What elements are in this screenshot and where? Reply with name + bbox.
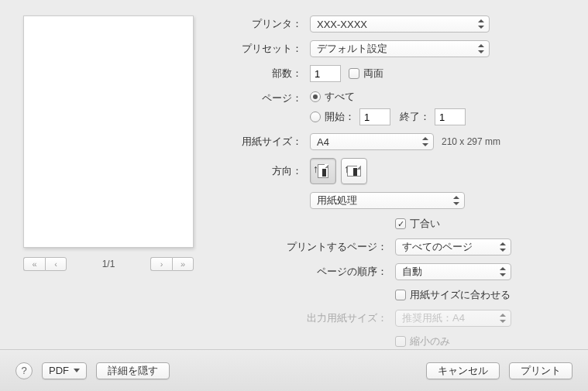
pages-all-radio[interactable] bbox=[310, 91, 321, 102]
cancel-button[interactable]: キャンセル bbox=[426, 362, 500, 379]
pages-range-radio[interactable] bbox=[310, 111, 321, 122]
prev-page-button[interactable]: ‹ bbox=[45, 257, 67, 271]
page-order-select[interactable]: 自動 bbox=[395, 263, 511, 280]
printer-label: プリンタ： bbox=[217, 17, 310, 31]
first-page-button[interactable]: « bbox=[23, 257, 45, 271]
two-sided-label: 両面 bbox=[363, 67, 383, 81]
paper-dims-text: 210 x 297 mm bbox=[442, 136, 500, 147]
from-label: 開始： bbox=[325, 110, 355, 124]
preset-select[interactable]: デフォルト設定 bbox=[310, 40, 490, 57]
fit-to-paper-checkbox[interactable] bbox=[395, 290, 406, 300]
output-paper-label: 出力用紙サイズ： bbox=[217, 311, 395, 325]
help-button[interactable]: ? bbox=[15, 362, 33, 379]
scale-down-checkbox bbox=[395, 336, 406, 347]
hide-details-button[interactable]: 詳細を隠す bbox=[96, 362, 170, 379]
paper-size-label: 用紙サイズ： bbox=[217, 135, 310, 149]
preset-label: プリセット： bbox=[217, 42, 310, 56]
pages-to-print-label: プリントするページ： bbox=[217, 240, 395, 254]
paper-size-select[interactable]: A4 bbox=[310, 133, 434, 150]
bottom-bar: ? PDF 詳細を隠す キャンセル プリント bbox=[0, 349, 588, 391]
orientation-landscape-button[interactable]: ↑ bbox=[341, 158, 367, 184]
pages-to-print-select[interactable]: すべてのページ bbox=[395, 238, 511, 256]
settings-pane: プリンタ： XXX-XXXX プリセット： デフォルト設定 部数： 両面 ページ… bbox=[217, 15, 565, 356]
collate-checkbox[interactable] bbox=[395, 218, 406, 229]
scale-down-label: 縮小のみ bbox=[410, 334, 450, 348]
last-page-button[interactable]: » bbox=[172, 257, 194, 271]
orientation-portrait-button[interactable]: ↑ bbox=[310, 158, 336, 184]
preview-nav: « ‹ 1/1 › » bbox=[23, 257, 194, 271]
to-input[interactable] bbox=[435, 108, 466, 125]
page-counter: 1/1 bbox=[102, 259, 115, 269]
section-select[interactable]: 用紙処理 bbox=[310, 192, 465, 209]
to-label: 終了： bbox=[400, 110, 430, 124]
fit-to-paper-label: 用紙サイズに合わせる bbox=[410, 288, 511, 302]
preview-page bbox=[23, 15, 194, 248]
pdf-menu-button[interactable]: PDF bbox=[42, 362, 87, 379]
copies-label: 部数： bbox=[217, 67, 310, 81]
landscape-page-icon bbox=[347, 166, 361, 177]
print-button[interactable]: プリント bbox=[509, 362, 573, 379]
pages-label: ページ： bbox=[217, 90, 310, 105]
from-input[interactable] bbox=[359, 108, 390, 125]
printer-select[interactable]: XXX-XXXX bbox=[310, 15, 490, 33]
preview-pane: « ‹ 1/1 › » bbox=[23, 15, 194, 356]
collate-label: 丁合い bbox=[410, 217, 440, 231]
page-order-label: ページの順序： bbox=[217, 265, 395, 279]
print-dialog-body: « ‹ 1/1 › » プリンタ： XXX-XXXX プリセット： デフォルト設… bbox=[0, 0, 588, 364]
pages-all-label: すべて bbox=[325, 90, 355, 104]
two-sided-checkbox[interactable] bbox=[349, 68, 359, 79]
orientation-label: 方向： bbox=[217, 164, 310, 178]
output-paper-select: 推奨用紙：A4 bbox=[395, 310, 511, 327]
next-page-button[interactable]: › bbox=[150, 257, 172, 271]
portrait-page-icon bbox=[318, 164, 328, 178]
copies-input[interactable] bbox=[310, 65, 341, 82]
